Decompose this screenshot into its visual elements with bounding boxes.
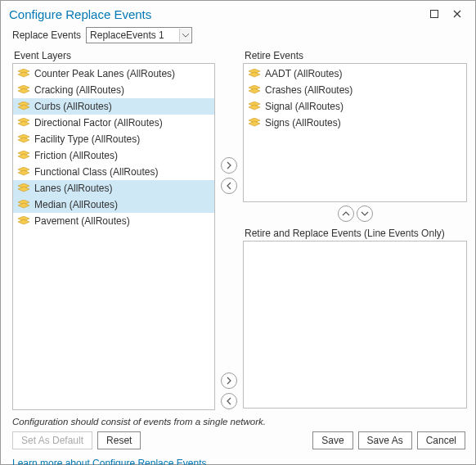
transfer-buttons-column bbox=[220, 48, 238, 410]
svg-marker-18 bbox=[18, 203, 29, 208]
list-item-label: Signal (AllRoutes) bbox=[265, 101, 344, 112]
list-item-label: Functional Class (AllRoutes) bbox=[34, 166, 158, 178]
svg-marker-16 bbox=[18, 187, 29, 192]
replace-events-selector-row: Replace Events ReplaceEvents 1 bbox=[1, 24, 475, 48]
svg-marker-24 bbox=[249, 88, 260, 93]
event-layer-icon bbox=[18, 102, 29, 111]
list-item-label: Counter Peak Lanes (AllRoutes) bbox=[34, 68, 175, 79]
replace-events-dropdown[interactable]: ReplaceEvents 1 bbox=[86, 27, 192, 43]
list-item-label: Friction (AllRoutes) bbox=[34, 150, 118, 161]
right-column: Retire Events AADT (AllRoutes)Crashes (A… bbox=[243, 48, 467, 410]
retire-events-item[interactable]: AADT (AllRoutes) bbox=[244, 65, 466, 82]
svg-marker-2 bbox=[18, 72, 29, 77]
event-layers-item[interactable]: Curbs (AllRoutes) bbox=[13, 98, 214, 115]
list-item-label: Directional Factor (AllRoutes) bbox=[34, 117, 163, 129]
event-layers-item[interactable]: Pavement (AllRoutes) bbox=[13, 213, 214, 229]
window-title: Configure Replace Events bbox=[9, 7, 423, 21]
svg-marker-8 bbox=[18, 121, 29, 126]
event-layers-label: Event Layers bbox=[14, 50, 215, 61]
event-layers-column: Event Layers Counter Peak Lanes (AllRout… bbox=[12, 48, 215, 410]
list-item-label: AADT (AllRoutes) bbox=[265, 68, 342, 79]
svg-marker-14 bbox=[18, 170, 29, 175]
footer-buttons: Set As Default Reset Save Save As Cancel bbox=[1, 431, 475, 454]
event-layers-item[interactable]: Median (AllRoutes) bbox=[13, 196, 214, 213]
retire-replace-label: Retire and Replace Events (Line Events O… bbox=[245, 228, 467, 239]
event-layers-item[interactable]: Facility Type (AllRoutes) bbox=[13, 131, 214, 147]
list-item-label: Lanes (AllRoutes) bbox=[34, 183, 112, 194]
event-layer-icon bbox=[18, 118, 29, 128]
list-item-label: Signs (AllRoutes) bbox=[265, 117, 341, 129]
retire-events-item[interactable]: Crashes (AllRoutes) bbox=[244, 82, 466, 98]
event-layers-item[interactable]: Friction (AllRoutes) bbox=[13, 147, 214, 164]
event-layer-icon bbox=[249, 85, 260, 95]
svg-marker-22 bbox=[249, 72, 260, 77]
replace-events-selected: ReplaceEvents 1 bbox=[86, 27, 192, 43]
event-layers-item[interactable]: Cracking (AllRoutes) bbox=[13, 82, 214, 98]
list-item-label: Cracking (AllRoutes) bbox=[34, 84, 124, 96]
event-layer-icon bbox=[18, 69, 29, 79]
move-right-retrep-button[interactable] bbox=[221, 372, 237, 389]
list-item-label: Pavement (AllRoutes) bbox=[34, 215, 130, 227]
move-left-retrep-button[interactable] bbox=[221, 393, 237, 409]
event-layer-icon bbox=[18, 216, 29, 226]
svg-rect-0 bbox=[431, 11, 438, 18]
list-item-label: Curbs (AllRoutes) bbox=[34, 101, 112, 112]
main-content: Event Layers Counter Peak Lanes (AllRout… bbox=[1, 48, 475, 410]
event-layer-icon bbox=[18, 167, 29, 177]
event-layer-icon bbox=[249, 102, 260, 111]
svg-marker-20 bbox=[18, 219, 29, 224]
reset-button[interactable]: Reset bbox=[97, 431, 141, 449]
event-layer-icon bbox=[249, 118, 260, 128]
move-down-button[interactable] bbox=[357, 205, 373, 222]
move-up-button[interactable] bbox=[338, 205, 354, 222]
maximize-icon[interactable] bbox=[423, 6, 446, 22]
set-as-default-button[interactable]: Set As Default bbox=[12, 431, 92, 449]
close-icon[interactable] bbox=[446, 6, 469, 22]
list-item-label: Facility Type (AllRoutes) bbox=[34, 133, 140, 145]
hint-text: Configuration should consist of events f… bbox=[1, 410, 475, 431]
replace-events-label: Replace Events bbox=[12, 29, 81, 41]
event-layers-item[interactable]: Counter Peak Lanes (AllRoutes) bbox=[13, 65, 214, 82]
retire-replace-list[interactable] bbox=[243, 241, 467, 409]
event-layer-icon bbox=[18, 134, 29, 144]
event-layer-icon bbox=[18, 183, 29, 193]
event-layers-item[interactable]: Functional Class (AllRoutes) bbox=[13, 164, 214, 180]
cancel-button[interactable]: Cancel bbox=[417, 431, 465, 449]
retire-events-item[interactable]: Signal (AllRoutes) bbox=[244, 98, 466, 115]
save-button[interactable]: Save bbox=[312, 431, 353, 449]
retire-transfer-group bbox=[221, 156, 237, 195]
dialog-window: Configure Replace Events Replace Events … bbox=[0, 0, 476, 465]
save-as-button[interactable]: Save As bbox=[358, 431, 412, 449]
retire-events-label: Retire Events bbox=[245, 50, 467, 61]
event-layer-icon bbox=[18, 151, 29, 160]
list-item-label: Crashes (AllRoutes) bbox=[265, 84, 353, 96]
move-right-retire-button[interactable] bbox=[221, 157, 237, 174]
event-layers-item[interactable]: Lanes (AllRoutes) bbox=[13, 180, 214, 196]
svg-marker-26 bbox=[249, 105, 260, 110]
svg-marker-6 bbox=[18, 105, 29, 110]
retire-events-list[interactable]: AADT (AllRoutes)Crashes (AllRoutes)Signa… bbox=[243, 63, 467, 202]
move-left-retire-button[interactable] bbox=[221, 178, 237, 194]
titlebar: Configure Replace Events bbox=[1, 1, 475, 24]
retrep-transfer-group bbox=[221, 372, 237, 410]
chevron-down-icon bbox=[179, 29, 191, 42]
list-item-label: Median (AllRoutes) bbox=[34, 199, 118, 210]
event-layer-icon bbox=[249, 69, 260, 79]
event-layers-list[interactable]: Counter Peak Lanes (AllRoutes)Cracking (… bbox=[12, 63, 215, 410]
retire-events-item[interactable]: Signs (AllRoutes) bbox=[244, 115, 466, 131]
svg-marker-28 bbox=[249, 121, 260, 126]
reorder-buttons bbox=[243, 205, 467, 223]
svg-marker-12 bbox=[18, 154, 29, 159]
svg-marker-10 bbox=[18, 138, 29, 142]
event-layer-icon bbox=[18, 85, 29, 95]
event-layers-item[interactable]: Directional Factor (AllRoutes) bbox=[13, 115, 214, 131]
event-layer-icon bbox=[18, 200, 29, 210]
svg-marker-4 bbox=[18, 88, 29, 93]
learn-more-link[interactable]: Learn more about Configure Replace Event… bbox=[1, 454, 475, 465]
